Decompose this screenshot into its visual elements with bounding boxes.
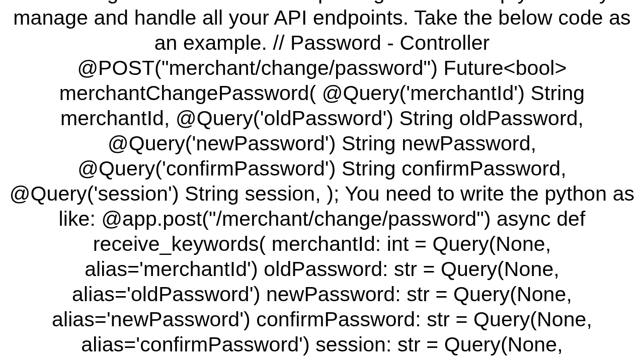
page: API integration. And those two packages …	[0, 0, 644, 362]
document-body-text: API integration. And those two packages …	[6, 0, 638, 357]
